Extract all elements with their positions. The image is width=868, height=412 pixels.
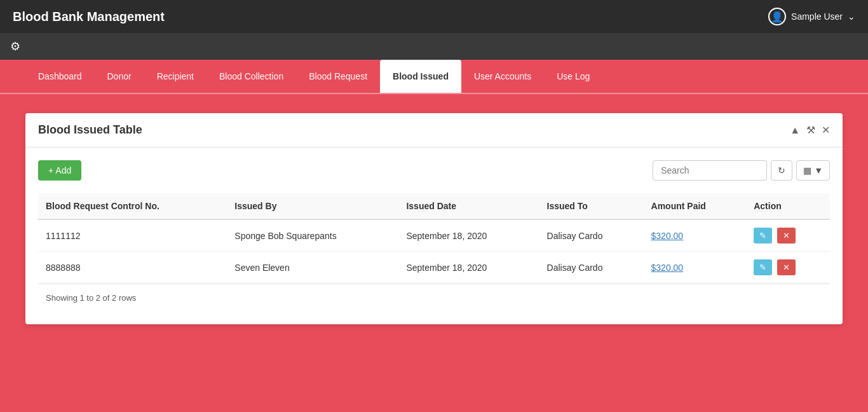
tab-recipient[interactable]: Recipient [144, 60, 207, 93]
panel-header-icons: ▲ ⚒ ✕ [790, 124, 830, 136]
tab-donor[interactable]: Donor [95, 60, 144, 93]
tab-dashboard[interactable]: Dashboard [25, 60, 95, 93]
toolbar: + Add ↻ ▦ ▼ [38, 160, 830, 181]
main-content: Blood Issued Table ▲ ⚒ ✕ + Add ↻ ▦ [0, 94, 868, 343]
col-issued-by: Issued By [227, 193, 398, 219]
table-header-row: Blood Request Control No. Issued By Issu… [38, 193, 830, 219]
columns-dropdown-icon: ▼ [814, 165, 823, 175]
table-row: 8888888 Seven Eleven September 18, 2020 … [38, 252, 830, 284]
toolbar-right: ↻ ▦ ▼ [653, 160, 830, 181]
tab-use-log[interactable]: Use Log [544, 60, 602, 93]
delete-button[interactable]: ✕ [777, 259, 796, 275]
panel-header: Blood Issued Table ▲ ⚒ ✕ [25, 113, 843, 148]
close-icon[interactable]: ✕ [822, 124, 830, 136]
user-name: Sample User [791, 11, 843, 22]
search-input[interactable] [653, 160, 767, 181]
cell-issued-to: Dalisay Cardo [539, 219, 644, 252]
col-control-no: Blood Request Control No. [38, 193, 227, 219]
cell-issued-to: Dalisay Cardo [539, 252, 644, 284]
blood-issued-table: Blood Request Control No. Issued By Issu… [38, 193, 830, 284]
tab-user-accounts[interactable]: User Accounts [461, 60, 544, 93]
refresh-icon: ↻ [778, 165, 785, 175]
cell-issued-by: Seven Eleven [227, 252, 398, 284]
cell-control-no: 8888888 [38, 252, 227, 284]
edit-button[interactable]: ✎ [754, 259, 772, 275]
tab-blood-request[interactable]: Blood Request [296, 60, 380, 93]
collapse-icon[interactable]: ▲ [790, 125, 800, 136]
blood-issued-panel: Blood Issued Table ▲ ⚒ ✕ + Add ↻ ▦ [25, 113, 843, 324]
tab-blood-issued[interactable]: Blood Issued [380, 60, 461, 93]
top-navbar: Blood Bank Management 👤 Sample User ⌄ [0, 0, 868, 33]
chevron-down-icon: ⌄ [848, 11, 855, 22]
add-button[interactable]: + Add [38, 160, 81, 181]
panel-title: Blood Issued Table [38, 123, 142, 137]
col-amount-paid: Amount Paid [644, 193, 747, 219]
cell-issued-date: September 18, 2020 [398, 219, 539, 252]
columns-icon: ▦ [803, 165, 811, 175]
wrench-icon[interactable]: ⚒ [806, 124, 815, 136]
gear-icon[interactable]: ⚙ [10, 39, 20, 53]
user-icon: 👤 [768, 8, 786, 25]
cell-control-no: 1111112 [38, 219, 227, 252]
columns-button[interactable]: ▦ ▼ [796, 160, 830, 181]
cell-issued-by: Sponge Bob Squarepants [227, 219, 398, 252]
edit-button[interactable]: ✎ [754, 228, 772, 244]
delete-button[interactable]: ✕ [777, 228, 796, 244]
col-issued-date: Issued Date [398, 193, 539, 219]
table-row: 1111112 Sponge Bob Squarepants September… [38, 219, 830, 252]
user-menu[interactable]: 👤 Sample User ⌄ [768, 8, 855, 25]
nav-tabs-bar: Dashboard Donor Recipient Blood Collecti… [0, 60, 868, 94]
cell-issued-date: September 18, 2020 [398, 252, 539, 284]
refresh-button[interactable]: ↻ [771, 160, 792, 181]
cell-amount-paid[interactable]: $320.00 [644, 252, 747, 284]
col-issued-to: Issued To [539, 193, 644, 219]
tab-blood-collection[interactable]: Blood Collection [207, 60, 296, 93]
table-footer: Showing 1 to 2 of 2 rows [38, 284, 830, 312]
settings-bar: ⚙ [0, 33, 868, 60]
app-title: Blood Bank Management [13, 10, 165, 24]
cell-amount-paid[interactable]: $320.00 [644, 219, 747, 252]
col-action: Action [746, 193, 830, 219]
panel-body: + Add ↻ ▦ ▼ Blood Request Control No. [25, 148, 843, 324]
cell-action: ✎ ✕ [746, 219, 830, 252]
cell-action: ✎ ✕ [746, 252, 830, 284]
